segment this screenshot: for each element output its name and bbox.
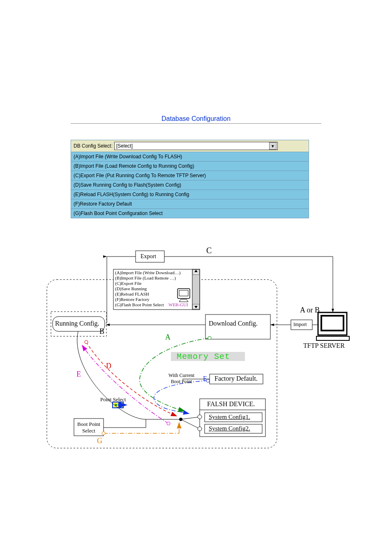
table-row[interactable]: (B)Import File (Load Remote Config to Ru… <box>71 161 309 171</box>
boot-point-select-label: Boot Point Select <box>77 421 100 434</box>
svg-point-50 <box>102 432 105 435</box>
svg-line-39 <box>181 417 200 419</box>
c-top-label: C <box>206 246 212 255</box>
svg-rect-23 <box>316 336 349 340</box>
with-boot-label: With Current Boot Point <box>168 372 194 385</box>
table-row[interactable]: (C)Export File (Put Running Config To Re… <box>71 171 309 180</box>
web-gui-label: WEB-GUI <box>168 302 188 307</box>
svg-line-41 <box>181 419 200 429</box>
svg-point-43 <box>208 336 211 340</box>
memory-set-label: Memory Set <box>177 352 230 361</box>
svg-point-42 <box>198 427 202 431</box>
table-row[interactable]: (D)Save Running Config to Flash(System C… <box>71 180 309 190</box>
db-config-select[interactable]: [Select] ▼ <box>114 142 278 150</box>
dropdown-line: (F)Restore Factory <box>115 297 149 302</box>
e-label: E <box>76 370 81 379</box>
chevron-down-icon[interactable]: ▼ <box>269 142 277 150</box>
select-row: DB Config Select: [Select] ▼ <box>71 140 309 152</box>
svg-point-44 <box>85 340 88 344</box>
table-row[interactable]: (E)Reload FLASH(System Config) to Runnin… <box>71 190 309 199</box>
page-title: Database Configuration <box>0 115 392 123</box>
export-label: Export <box>141 253 156 260</box>
sys2-label: System Config2. <box>209 425 250 432</box>
a-label: A <box>165 333 171 342</box>
svg-rect-22 <box>322 317 343 330</box>
g-label: G <box>97 437 102 445</box>
dropdown-line: (A)Import File (Write Download…) <box>115 270 180 275</box>
select-label: DB Config Select: <box>74 143 113 149</box>
svg-point-45 <box>167 422 170 425</box>
b-label: B <box>99 327 104 336</box>
select-value: [Select] <box>116 143 133 149</box>
running-config-label: Running Config. <box>55 320 99 327</box>
tftp-label: TFTP SERVER <box>303 342 345 349</box>
point-select-label: Point Select <box>100 396 126 403</box>
config-diagram: Export C (A)Import File (Write Download…… <box>45 247 357 452</box>
dropdown-line: (D)Save Running <box>115 286 147 291</box>
table-row[interactable]: (A)Import File (Write Download Config To… <box>71 152 309 161</box>
f-label: F <box>203 375 207 382</box>
svg-point-40 <box>198 415 202 419</box>
table-row[interactable]: (G)Flash Boot Point Configuration Select <box>71 208 309 218</box>
a-or-b-label: A or B <box>300 306 320 314</box>
flash-device-label: FALSH DEVICE. <box>207 400 255 408</box>
dropdown-line: (E)Reload FLASH <box>115 291 149 297</box>
dropdown-line: (B)Import File (Load Remote …) <box>115 275 176 281</box>
dropdown-line: (G)Flash Boot Point Select <box>115 302 164 308</box>
svg-rect-7 <box>192 269 200 310</box>
table-row[interactable]: (F)Restore Factory Default <box>71 199 309 208</box>
svg-point-46 <box>206 379 210 382</box>
sys1-label: System Config1. <box>209 414 250 421</box>
config-table: DB Config Select: [Select] ▼ (A)Import F… <box>71 140 309 218</box>
d-label: D <box>106 362 111 370</box>
factory-default-label: Factory Default. <box>214 375 258 382</box>
dropdown-line: (C)Export File <box>115 281 141 286</box>
download-config-label: Download Config. <box>209 320 258 327</box>
divider <box>71 123 321 124</box>
svg-point-33 <box>115 404 117 406</box>
import-label: Import <box>293 321 307 328</box>
